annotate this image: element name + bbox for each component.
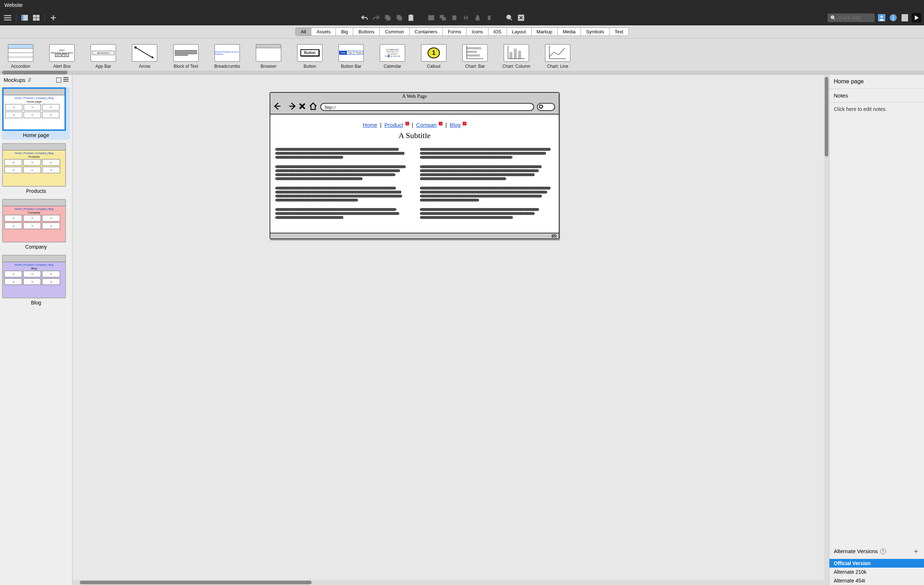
svg-text:1: 1 — [432, 50, 436, 56]
library-item-alert-box[interactable]: AlertAlert text goes hereNo YesAlert Box — [46, 44, 78, 69]
canvas-vertical-scrollbar[interactable] — [824, 75, 829, 580]
version-official-version[interactable]: Official Version — [830, 559, 924, 568]
version-alternate-454i[interactable]: Alternate 454i — [830, 576, 924, 585]
svg-rect-30 — [467, 51, 477, 53]
version-alternate-210k[interactable]: Alternate 210k — [830, 568, 924, 576]
library-item-chart--line[interactable]: Chart: Line — [541, 44, 574, 69]
category-tab-big[interactable]: Big — [335, 28, 353, 36]
library-item-callout[interactable]: 1Callout — [417, 44, 450, 69]
hierarchy-icon[interactable]: ⇵ — [28, 77, 31, 83]
canvas-horizontal-scrollbar[interactable] — [73, 580, 829, 585]
help-icon[interactable]: ? — [880, 549, 886, 554]
category-tab-text[interactable]: Text — [609, 28, 629, 36]
library-item-browser[interactable]: Browser — [252, 44, 285, 69]
page-nav: Home|Product|Compan|Blog — [276, 122, 554, 128]
trash-icon[interactable] — [485, 13, 494, 23]
category-tab-layout[interactable]: Layout — [507, 28, 531, 36]
mockup-thumb-company[interactable]: Home | Products | Company | BlogCompany✕… — [2, 199, 70, 251]
category-tab-markup[interactable]: Markup — [531, 28, 558, 36]
add-icon[interactable] — [49, 13, 58, 23]
library-item-button-bar[interactable]: OneTwoThreeButton Bar — [335, 44, 368, 69]
svg-rect-29 — [467, 47, 481, 49]
stop-icon[interactable] — [299, 102, 306, 111]
svg-rect-1 — [21, 15, 23, 21]
home-icon[interactable] — [309, 102, 317, 112]
browser-mockup[interactable]: A Web Page http:// Home|Product|Compan|B… — [270, 92, 559, 239]
category-tabs: AllAssetsBigButtonsCommonContainersForms… — [0, 25, 924, 38]
svg-rect-14 — [442, 17, 446, 20]
page-nav-link-home[interactable]: Home — [363, 122, 377, 128]
library-item-accordion[interactable]: Accordion — [4, 44, 37, 69]
redo-icon[interactable] — [371, 13, 381, 23]
category-tab-icons[interactable]: Icons — [466, 28, 488, 36]
library-item-calendar[interactable]: OCTOBER 2017S M T W T F S1 2 3 4 5 6 78 … — [376, 44, 409, 69]
list-view-icon[interactable] — [63, 77, 68, 83]
library-item-button[interactable]: ButtonButton — [294, 44, 326, 69]
group-icon[interactable] — [426, 13, 436, 23]
address-bar[interactable]: http:// — [320, 103, 534, 111]
window-title: Website — [0, 0, 924, 10]
page-nav-link-blog[interactable]: Blog — [450, 122, 460, 128]
copy-icon[interactable] — [383, 13, 393, 23]
lock-icon[interactable] — [473, 13, 482, 23]
category-tab-ios[interactable]: iOS — [488, 28, 507, 36]
quick-add-input[interactable] — [838, 15, 870, 21]
canvas[interactable]: A Web Page http:// Home|Product|Compan|B… — [73, 75, 829, 585]
properties-icon[interactable] — [900, 13, 909, 23]
library-item-app-bar[interactable]: ◀ Heading ▾App Bar — [87, 44, 120, 69]
library-item-block-of-text[interactable]: Block of Text — [170, 44, 202, 69]
undo-icon[interactable] — [360, 13, 369, 23]
resize-grip-icon[interactable] — [551, 234, 556, 238]
category-tab-common[interactable]: Common — [380, 28, 409, 36]
category-tab-assets[interactable]: Assets — [311, 28, 336, 36]
add-version-icon[interactable]: ＋ — [912, 546, 920, 556]
page-nav-link-company[interactable]: Compan — [416, 122, 437, 128]
svg-rect-11 — [410, 15, 412, 16]
svg-rect-4 — [33, 18, 36, 21]
library-item-breadcrumbs[interactable]: Home ▸ Products ▸ Xyz ▸ FeaturesBreadcru… — [211, 44, 244, 69]
forward-icon[interactable] — [286, 102, 296, 112]
quick-add-box[interactable] — [828, 13, 875, 22]
zoom-icon[interactable] — [505, 13, 514, 23]
category-tab-all[interactable]: All — [295, 28, 311, 36]
grid-view-icon[interactable] — [31, 13, 41, 23]
category-tab-media[interactable]: Media — [557, 28, 581, 36]
page-nav-link-products[interactable]: Product — [384, 122, 403, 128]
align-icon[interactable] — [461, 13, 471, 23]
mockup-thumb-products[interactable]: Home | Products | Company | BlogProducts… — [2, 143, 70, 195]
library-item-chart--bar[interactable]: Chart: Bar — [459, 44, 491, 69]
mockup-thumb-blog[interactable]: Home | Products | Company | BlogBlog✕✕✕✕… — [2, 255, 70, 307]
zoom-fit-icon[interactable] — [516, 13, 526, 23]
library-item-chart--column[interactable]: Chart: Column — [500, 44, 533, 69]
library-scrollbar[interactable] — [0, 71, 924, 74]
category-tab-containers[interactable]: Containers — [409, 28, 443, 36]
browser-search[interactable] — [537, 103, 555, 111]
user-icon[interactable] — [877, 13, 886, 23]
svg-rect-5 — [36, 18, 40, 21]
mockup-thumb-home-page[interactable]: Home | Products | Company | BlogHome pag… — [2, 88, 70, 140]
back-icon[interactable] — [274, 102, 283, 112]
svg-rect-35 — [514, 49, 517, 59]
paste-icon[interactable] — [394, 13, 404, 23]
svg-rect-3 — [36, 15, 40, 17]
play-icon[interactable] — [912, 13, 921, 23]
panel-left-icon[interactable] — [20, 13, 29, 23]
notes-field[interactable]: Click here to edit notes. — [830, 102, 924, 543]
category-tab-symbols[interactable]: Symbols — [581, 28, 609, 36]
library-item-arrow[interactable]: Arrow — [128, 44, 161, 69]
ungroup-icon[interactable] — [438, 13, 447, 23]
category-tab-buttons[interactable]: Buttons — [353, 28, 380, 36]
inspector-panel: Home page Notes Click here to edit notes… — [829, 75, 924, 585]
info-icon[interactable]: i — [888, 13, 898, 23]
category-tab-forms[interactable]: Forms — [442, 28, 467, 36]
svg-point-41 — [540, 105, 543, 108]
svg-rect-31 — [467, 55, 480, 56]
svg-rect-7 — [387, 17, 390, 20]
single-view-icon[interactable] — [56, 78, 61, 83]
inspector-title: Home page — [830, 75, 924, 89]
svg-text:i: i — [893, 15, 894, 21]
svg-line-25 — [135, 48, 153, 58]
bring-front-icon[interactable] — [450, 13, 459, 23]
menu-icon[interactable] — [3, 13, 12, 23]
clipboard-icon[interactable] — [406, 13, 416, 23]
